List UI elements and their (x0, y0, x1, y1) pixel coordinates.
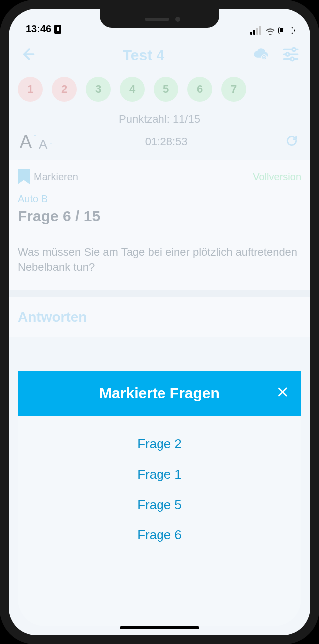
wifi-icon (265, 26, 275, 34)
sim-icon (54, 25, 61, 34)
close-button[interactable] (276, 385, 289, 403)
cellular-signal-icon (250, 26, 261, 35)
question-numbers-row[interactable]: 1 2 3 4 5 6 7 (9, 72, 310, 107)
answers-heading: Antworten (18, 309, 301, 325)
svg-point-0 (262, 55, 267, 60)
question-pill-3[interactable]: 3 (86, 77, 111, 102)
phone-frame: 13:46 Test 4 (0, 0, 319, 644)
marked-question-item[interactable]: Frage 1 (137, 467, 182, 482)
notch (100, 9, 219, 28)
status-time: 13:46 (26, 23, 51, 35)
score-label: Punktzahl: 11/15 (9, 107, 310, 129)
back-button[interactable] (20, 47, 35, 64)
question-pill-2[interactable]: 2 (52, 77, 77, 102)
settings-sliders-icon[interactable] (282, 46, 299, 65)
question-card: Markieren Vollversion Auto B Frage 6 / 1… (9, 160, 310, 290)
page-title: Test 4 (123, 47, 164, 64)
sheet-title: Markierte Fragen (99, 385, 220, 402)
question-pill-4[interactable]: 4 (120, 77, 145, 102)
svg-point-6 (291, 57, 294, 61)
home-indicator[interactable] (120, 626, 199, 629)
cloud-sync-icon[interactable] (252, 46, 269, 65)
svg-point-4 (292, 48, 296, 51)
bookmark-label: Markieren (34, 171, 78, 183)
app-header: Test 4 (9, 37, 310, 72)
increase-font-button[interactable]: A (20, 131, 32, 152)
timer-display: 01:28:53 (145, 135, 188, 148)
sheet-header: Markierte Fragen (18, 371, 301, 416)
decrease-font-button[interactable]: A (39, 137, 47, 152)
question-pill-6[interactable]: 6 (187, 77, 212, 102)
screen: 13:46 Test 4 (9, 9, 310, 635)
marked-question-item[interactable]: Frage 5 (137, 497, 182, 513)
marked-question-item[interactable]: Frage 2 (137, 436, 182, 452)
question-text: Was müssen Sie am Tage bei einer plötzli… (18, 245, 301, 275)
question-pill-1[interactable]: 1 (18, 77, 43, 102)
marked-questions-list: Frage 2 Frage 1 Frage 5 Frage 6 (18, 416, 301, 543)
battery-icon (278, 27, 293, 34)
marked-question-item[interactable]: Frage 6 (137, 527, 182, 543)
bookmark-icon (18, 169, 30, 184)
bookmark-button[interactable]: Markieren (18, 169, 78, 184)
question-category: Auto B (18, 193, 301, 208)
question-pill-7[interactable]: 7 (221, 77, 246, 102)
section-divider (9, 290, 310, 297)
reload-button[interactable] (285, 134, 298, 149)
answers-card: Antworten (9, 297, 310, 337)
marked-questions-sheet: Markierte Fragen Frage 2 Frage 1 Frage 5… (18, 371, 301, 626)
full-version-link[interactable]: Vollversion (253, 171, 301, 183)
question-pill-5[interactable]: 5 (154, 77, 178, 102)
question-counter: Frage 6 / 15 (18, 208, 301, 245)
svg-point-5 (286, 53, 289, 56)
